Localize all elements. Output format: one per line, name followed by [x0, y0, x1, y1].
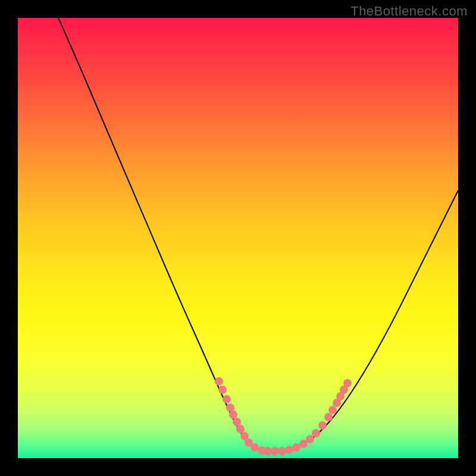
data-dot — [233, 418, 241, 426]
data-dot — [215, 377, 223, 386]
bottleneck-curve — [48, 18, 458, 451]
data-dot — [292, 443, 300, 452]
data-dot — [229, 411, 237, 419]
data-dot — [250, 443, 259, 452]
watermark-text: TheBottleneck.com — [350, 4, 468, 19]
data-dot — [306, 435, 314, 443]
curve-layer — [18, 18, 458, 458]
data-dot — [328, 406, 337, 414]
data-dot — [285, 446, 293, 454]
data-dot — [223, 395, 231, 403]
data-dot — [264, 447, 272, 455]
data-dot — [318, 421, 327, 430]
data-dots-group — [215, 377, 352, 455]
data-dot — [343, 379, 352, 387]
data-dot — [226, 403, 234, 412]
data-dot — [236, 425, 245, 433]
data-dot — [312, 429, 320, 437]
data-dot — [218, 386, 227, 394]
plot-area — [18, 18, 458, 458]
data-dot — [324, 413, 333, 421]
data-dot — [271, 447, 279, 455]
data-dot — [278, 447, 286, 455]
chart-stage: TheBottleneck.com — [0, 0, 476, 476]
